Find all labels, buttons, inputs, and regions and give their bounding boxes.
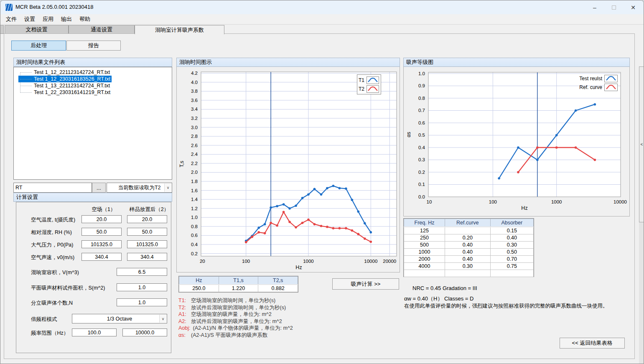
grade-chart-container[interactable]: 0.00.10.20.30.40.50.60.70.80.91.01010010… — [403, 67, 630, 216]
file-list-item-2[interactable]: Test 1_13_221123142724_RT.txt — [14, 82, 172, 89]
table-cell[interactable]: 0.40 — [445, 248, 490, 255]
table-cell[interactable]: 2000 — [404, 255, 445, 262]
menu-item-1[interactable]: 设置 — [20, 15, 39, 24]
freq-min-field[interactable] — [72, 328, 117, 336]
note-key: T2: — [178, 305, 188, 311]
chevron-down-icon[interactable]: ∨ — [164, 183, 171, 192]
pressure-label: 大气压力，P0(Pa) — [31, 242, 73, 249]
table-cell[interactable]: 0.40 — [490, 234, 533, 241]
pressure-field-2[interactable] — [127, 240, 167, 248]
table-header-row: HzT1,sT2,s — [179, 277, 298, 285]
menu-item-0[interactable]: 文件 — [2, 15, 20, 24]
svg-text:0.7: 0.7 — [418, 108, 425, 113]
table-cell[interactable]: 0.30 — [490, 241, 533, 248]
table-cell[interactable]: 0.30 — [445, 262, 490, 270]
svg-text:0.2: 0.2 — [418, 170, 425, 175]
subtab-report[interactable]: 报告 — [66, 41, 121, 51]
file-list-item-3[interactable]: Test 1_22_230316141219_RT.txt — [14, 89, 172, 96]
note-line-3: A2:放试件后混响室的吸声量，单位为: m^2 — [178, 318, 293, 325]
table-cell[interactable]: 0.70 — [490, 255, 533, 262]
table-cell[interactable] — [445, 227, 490, 234]
room-volume-field[interactable] — [117, 268, 167, 276]
table-cell[interactable]: 0.50 — [490, 248, 533, 255]
rt-chart-container[interactable]: 0.20.40.60.81.01.21.41.61.82.02.22.42.62… — [176, 67, 400, 272]
table-cell[interactable]: 0.40 — [445, 255, 490, 262]
note-text: (A2-A1)/S 平面吸声体的吸声系数 — [191, 332, 267, 338]
absorption-calc-button[interactable]: 吸声计算 >> — [332, 278, 399, 290]
tree-branch-icon — [20, 79, 32, 79]
data-source-value: 当前数据读取为T2 — [118, 184, 160, 191]
svg-text:0.9: 0.9 — [418, 83, 425, 88]
svg-text:1.8: 1.8 — [191, 179, 198, 184]
column-header: T2,s — [258, 277, 298, 285]
pressure-field-1[interactable] — [81, 240, 122, 248]
menu-item-3[interactable]: 输出 — [57, 15, 76, 24]
tab-0[interactable]: 文档设置 — [5, 25, 69, 34]
rt-chart[interactable]: 0.20.40.60.81.01.21.41.61.82.02.22.42.62… — [177, 67, 400, 272]
table-cell[interactable]: 0.20 — [445, 234, 490, 241]
back-to-results-button[interactable]: << 返回结果表格 — [560, 338, 625, 349]
sound-speed-field-1[interactable] — [81, 253, 122, 261]
menu-item-4[interactable]: 帮助 — [76, 15, 94, 24]
svg-text:0.4: 0.4 — [418, 145, 425, 150]
maximize-button[interactable] — [604, 0, 624, 14]
file-list-item-0[interactable]: Test 1_12_221123142724_RT.txt — [14, 69, 172, 76]
tab-1[interactable]: 通道设置 — [69, 25, 135, 34]
table-row — [404, 270, 534, 277]
table-cell[interactable]: 1000 — [404, 248, 445, 255]
table-cell[interactable]: 4000 — [404, 262, 445, 270]
table-cell[interactable] — [404, 270, 445, 277]
table-row: 20000.400.70 — [404, 255, 534, 262]
collapse-panel-button[interactable]: < — [639, 66, 644, 222]
tab-2[interactable]: 混响室计算吸声系数 — [135, 25, 224, 34]
note-line-4: Aobj:(A2-A1)/N 单个物体的吸声量，单位为: m^2 — [178, 325, 293, 332]
table-header-row: Freq. HzRef.curveAbsorber — [404, 219, 534, 227]
table-cell[interactable]: 250.0 — [179, 285, 219, 292]
table-cell[interactable]: 125 — [404, 227, 445, 234]
note-line-5: αs:(A2-A1)/S 平面吸声体的吸声系数 — [178, 332, 293, 339]
octave-mode-select[interactable]: 1/3 Octave ∨ — [72, 314, 167, 323]
svg-text:100: 100 — [489, 199, 497, 204]
table-cell[interactable]: 0.75 — [490, 262, 533, 270]
table-cell[interactable]: 0.40 — [445, 241, 490, 248]
table-cell[interactable]: 250 — [404, 234, 445, 241]
tree-branch-icon — [20, 92, 32, 93]
absorber-count-field[interactable] — [117, 298, 167, 306]
table-cell[interactable]: 0.15 — [490, 227, 533, 234]
alphaw-result-text: αw = 0.40（H） Classes = D — [404, 295, 473, 303]
table-cell[interactable]: 500 — [404, 241, 445, 248]
file-name: Test 1_12_230316183526_RT.txt — [18, 76, 112, 82]
air-temp-field-1[interactable] — [81, 215, 122, 223]
rt-file-list[interactable]: Test 1_12_221123142724_RT.txtTest 1_12_2… — [13, 67, 172, 180]
browse-button[interactable]: ... — [92, 183, 106, 193]
legend-entry-ref-curve: Ref. curve — [559, 83, 618, 92]
air-temp-label: 空气温度, t(摄氏度) — [31, 216, 75, 224]
note-key: T1: — [178, 298, 188, 303]
menu-item-2[interactable]: 应用 — [39, 15, 57, 24]
svg-text:0.2: 0.2 — [191, 251, 198, 256]
octave-mode-value: 1/3 Octave — [107, 316, 132, 322]
svg-text:0.1: 0.1 — [418, 182, 425, 187]
sound-speed-field-2[interactable] — [127, 253, 167, 261]
sample-area-field[interactable] — [117, 283, 167, 291]
file-name: Test 1_22_230316141219_RT.txt — [34, 89, 110, 96]
svg-text:2.4: 2.4 — [191, 152, 198, 157]
rt-result-table: HzT1,sT2,s250.01.2200.882 — [178, 276, 298, 293]
svg-text:0.8: 0.8 — [191, 224, 198, 229]
minimize-button[interactable]: – — [585, 0, 604, 14]
humidity-field-2[interactable] — [127, 228, 167, 236]
air-temp-field-2[interactable] — [127, 215, 167, 223]
freq-max-field[interactable] — [122, 328, 167, 336]
svg-text:0.6: 0.6 — [191, 233, 198, 238]
data-source-select[interactable]: 当前数据读取为T2 ∨ — [107, 183, 172, 193]
table-cell[interactable] — [445, 270, 490, 277]
rt-name-input[interactable] — [13, 183, 92, 193]
table-cell[interactable]: 0.882 — [258, 285, 298, 292]
table-cell[interactable] — [490, 270, 533, 277]
file-list-item-1[interactable]: Test 1_12_230316183526_RT.txt — [14, 76, 172, 82]
table-cell[interactable]: 1.220 — [219, 285, 258, 292]
close-button[interactable]: ✕ — [624, 0, 643, 14]
chevron-down-icon[interactable]: ∨ — [159, 315, 166, 323]
subtab-post-process[interactable]: 后处理 — [11, 41, 66, 51]
humidity-field-1[interactable] — [81, 228, 122, 236]
